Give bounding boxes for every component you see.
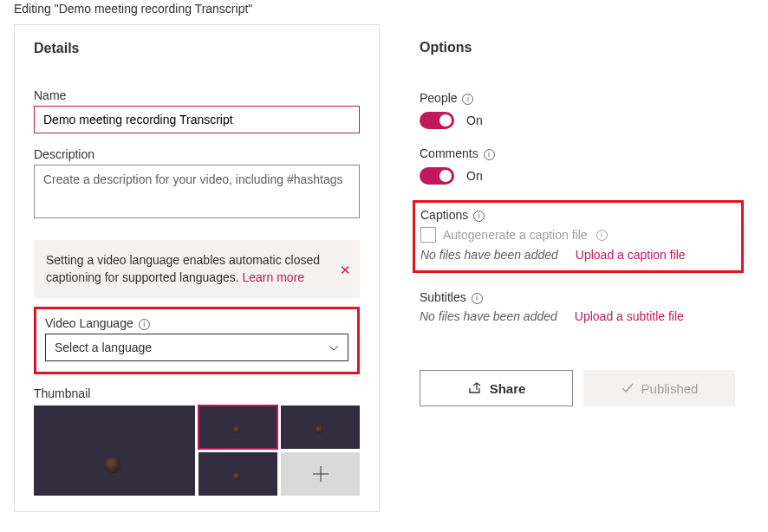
video-language-value: Select a language (55, 341, 152, 354)
options-heading: Options (400, 24, 754, 70)
subtitles-label: Subtitles i (420, 290, 735, 304)
info-icon[interactable]: i (472, 293, 483, 304)
video-language-select[interactable]: Select a language (45, 334, 348, 361)
info-icon[interactable]: i (473, 211, 485, 222)
details-panel: Details Name Description Setting a video… (14, 24, 380, 512)
upload-subtitle-link[interactable]: Upload a subtitle file (575, 309, 684, 323)
people-toggle[interactable] (420, 112, 454, 129)
page-editing-title: Editing "Demo meeting recording Transcri… (0, 0, 768, 24)
face-icon (233, 426, 240, 433)
check-icon (621, 381, 635, 395)
name-input[interactable] (34, 106, 360, 133)
captions-label: Captions i (420, 208, 731, 222)
thumbnail-preview (34, 405, 195, 496)
people-toggle-state: On (466, 114, 483, 127)
description-label: Description (34, 147, 360, 161)
thumbnail-option-2[interactable] (281, 405, 360, 449)
published-label: Published (641, 381, 699, 396)
info-icon[interactable]: i (139, 319, 150, 330)
share-label: Share (490, 381, 526, 396)
name-label: Name (34, 88, 360, 102)
upload-caption-link[interactable]: Upload a caption file (576, 248, 686, 262)
face-icon (233, 473, 240, 480)
face-icon (105, 457, 120, 473)
learn-more-link[interactable]: Learn more (243, 270, 305, 284)
info-icon[interactable]: i (462, 94, 473, 105)
info-icon[interactable]: i (596, 230, 608, 241)
share-button[interactable]: Share (420, 370, 573, 406)
thumbnail-label: Thumbnail (34, 386, 360, 400)
options-panel: Options People i On Comments i On (400, 24, 754, 512)
plus-icon (311, 464, 330, 483)
comments-label: Comments i (420, 146, 735, 160)
published-button: Published (583, 370, 735, 406)
info-icon[interactable]: i (484, 149, 495, 160)
video-language-highlight: Video Language i Select a language (34, 307, 360, 374)
thumbnail-add-button[interactable] (281, 452, 360, 496)
autogenerate-checkbox[interactable] (420, 227, 436, 243)
chevron-down-icon (329, 342, 339, 353)
autogenerate-label: Autogenerate a caption file (443, 228, 588, 242)
close-icon[interactable]: ✕ (340, 260, 351, 278)
description-textarea[interactable] (34, 165, 360, 218)
face-icon (316, 426, 322, 433)
language-banner: Setting a video language enables automat… (34, 240, 360, 298)
comments-toggle[interactable] (420, 167, 454, 185)
people-label: People i (420, 91, 735, 105)
thumbnail-option-3[interactable] (199, 452, 277, 496)
comments-toggle-state: On (466, 169, 483, 183)
toggle-knob (439, 170, 452, 182)
toggle-knob (439, 114, 452, 127)
details-heading: Details (15, 25, 379, 71)
thumbnail-option-1[interactable] (199, 405, 277, 449)
subtitles-no-files: No files have been added (420, 309, 557, 323)
video-language-label: Video Language i (45, 316, 348, 330)
captions-highlight: Captions i Autogenerate a caption file i… (413, 200, 744, 273)
captions-no-files: No files have been added (420, 248, 558, 262)
share-icon (467, 380, 483, 396)
